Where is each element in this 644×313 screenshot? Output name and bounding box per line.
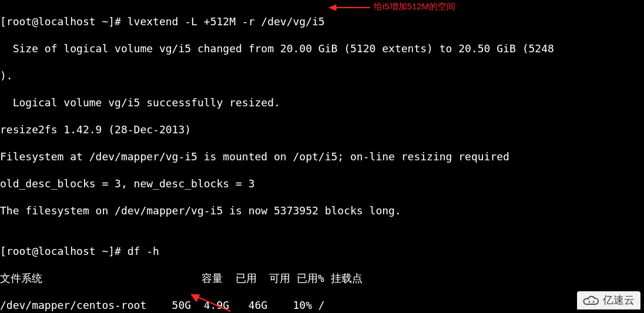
output-line: Size of logical volume vg/i5 changed fro…	[0, 42, 644, 55]
terminal-output[interactable]: [root@localhost ~]# lvextend -L +512M -r…	[0, 0, 644, 313]
output-line: ).	[0, 69, 644, 82]
df-body: /dev/mapper/centos-root 50G 4.9G 46G 10%…	[0, 298, 644, 313]
df-header-row: 文件系统 容量 已用 可用 已用% 挂载点	[0, 271, 644, 285]
svg-point-5	[593, 301, 595, 302]
annotation-arrow-top	[329, 4, 370, 12]
watermark-text: 亿速云	[603, 294, 635, 307]
svg-marker-3	[191, 294, 200, 302]
output-line: Filesystem at /dev/mapper/vg-i5 is mount…	[0, 150, 644, 163]
annotation-arrow-bottom	[189, 292, 234, 313]
annotation-text-top: 给i5增加512M的空间	[374, 1, 455, 12]
output-line: The filesystem on /dev/mapper/vg-i5 is n…	[0, 204, 644, 217]
svg-point-4	[589, 301, 591, 302]
cloud-icon	[583, 295, 601, 307]
output-line: Logical volume vg/i5 successfully resize…	[0, 96, 644, 109]
command-lvextend: lvextend -L +512M -r /dev/vg/i5	[128, 15, 325, 28]
svg-line-2	[195, 296, 230, 311]
command-df: df -h	[128, 245, 159, 257]
svg-marker-1	[329, 5, 336, 11]
prompt-prefix: [root@localhost ~]#	[0, 15, 128, 28]
prompt-prefix: [root@localhost ~]#	[0, 245, 128, 257]
output-line: resize2fs 1.42.9 (28-Dec-2013)	[0, 123, 644, 136]
output-line: old_desc_blocks = 3, new_desc_blocks = 3	[0, 177, 644, 190]
table-row: /dev/mapper/centos-root 50G 4.9G 46G 10%…	[0, 298, 644, 312]
watermark: 亿速云	[577, 291, 640, 309]
